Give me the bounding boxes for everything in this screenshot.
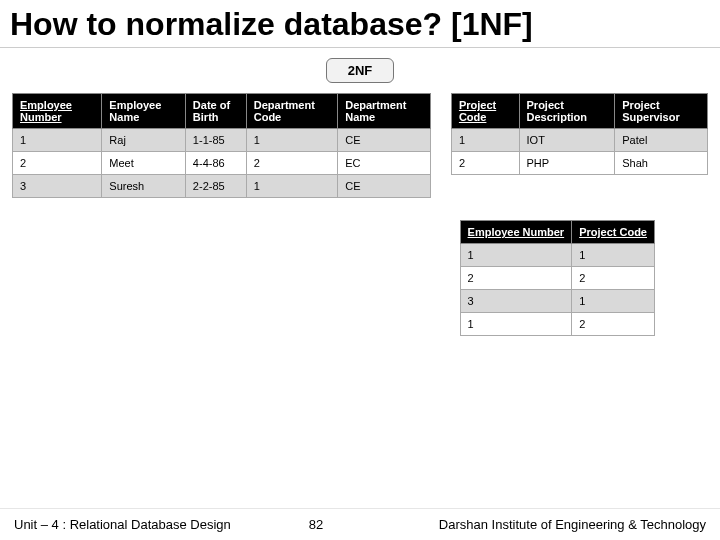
footer-unit: Unit – 4 : Relational Database Design (14, 517, 231, 532)
col-proj-desc: Project Description (519, 94, 615, 129)
col-dept-name: Department Name (338, 94, 431, 129)
table-row: 1IOTPatel (451, 129, 707, 152)
col-dob: Date of Birth (185, 94, 246, 129)
table-row: 2PHPShah (451, 152, 707, 175)
col-link-proj: Project Code (572, 221, 655, 244)
link-table: Employee Number Project Code 11 22 31 12 (460, 220, 655, 336)
footer-institute: Darshan Institute of Engineering & Techn… (351, 517, 706, 532)
footer: Unit – 4 : Relational Database Design 82… (0, 508, 720, 540)
table-row: 2Meet4-4-862EC (13, 152, 431, 175)
table-row: 1Raj1-1-851CE (13, 129, 431, 152)
col-dept-code: Department Code (246, 94, 337, 129)
table-row: 31 (460, 290, 654, 313)
col-link-emp: Employee Number (460, 221, 572, 244)
table-row: 22 (460, 267, 654, 290)
table-row: 3Suresh2-2-851CE (13, 175, 431, 198)
col-proj-sup: Project Supervisor (615, 94, 708, 129)
col-proj-code: Project Code (451, 94, 519, 129)
slide-title: How to normalize database? [1NF] (0, 0, 720, 48)
table-row: 12 (460, 313, 654, 336)
normal-form-badge: 2NF (326, 58, 394, 83)
table-row: 11 (460, 244, 654, 267)
col-emp-num: Employee Number (13, 94, 102, 129)
employee-table: Employee Number Employee Name Date of Bi… (12, 93, 431, 198)
project-table: Project Code Project Description Project… (451, 93, 708, 175)
col-emp-name: Employee Name (102, 94, 186, 129)
footer-page: 82 (309, 517, 323, 532)
